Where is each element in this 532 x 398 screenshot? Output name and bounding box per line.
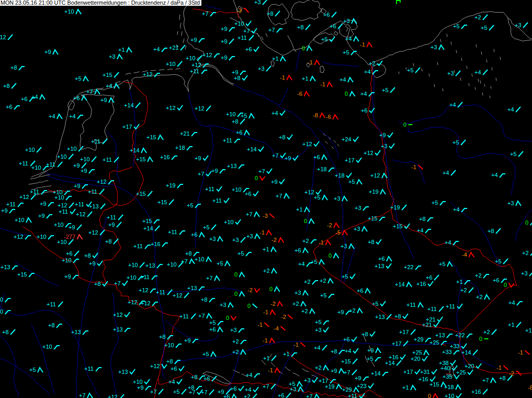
svg-text:+6: +6 bbox=[236, 129, 243, 136]
svg-text:+11: +11 bbox=[47, 301, 56, 307]
svg-text:+11: +11 bbox=[75, 201, 84, 207]
svg-text:+5: +5 bbox=[209, 319, 216, 326]
svg-text:+9: +9 bbox=[108, 222, 115, 228]
svg-text:+13: +13 bbox=[187, 285, 197, 291]
svg-text:+8: +8 bbox=[488, 228, 494, 234]
svg-text:+15: +15 bbox=[157, 199, 167, 205]
svg-text:+17: +17 bbox=[403, 369, 413, 375]
svg-text:+2: +2 bbox=[483, 329, 490, 335]
svg-text:-1: -1 bbox=[280, 74, 285, 81]
svg-text:+9: +9 bbox=[40, 201, 47, 207]
svg-text:+4: +4 bbox=[491, 172, 498, 178]
svg-text:+3: +3 bbox=[355, 205, 361, 211]
svg-text:+13: +13 bbox=[435, 332, 445, 338]
svg-text:+6: +6 bbox=[313, 154, 320, 160]
svg-text:0: 0 bbox=[504, 282, 507, 288]
svg-text:-2: -2 bbox=[281, 314, 286, 320]
svg-text:+20: +20 bbox=[411, 356, 421, 362]
svg-text:-3: -3 bbox=[236, 7, 242, 14]
svg-text:+21: +21 bbox=[422, 322, 432, 328]
svg-text:+2: +2 bbox=[474, 14, 481, 20]
svg-text:+3: +3 bbox=[315, 327, 322, 333]
svg-text:+12: +12 bbox=[173, 292, 183, 298]
svg-text:+5: +5 bbox=[343, 49, 349, 56]
svg-text:+14: +14 bbox=[247, 146, 257, 152]
svg-text:+1: +1 bbox=[296, 206, 303, 213]
svg-text:+12: +12 bbox=[14, 234, 24, 240]
svg-text:+8: +8 bbox=[419, 216, 426, 222]
svg-text:+19: +19 bbox=[325, 383, 335, 390]
svg-text:+8: +8 bbox=[368, 239, 375, 245]
svg-text:+4: +4 bbox=[445, 239, 451, 246]
svg-text:+17: +17 bbox=[392, 340, 402, 347]
svg-text:+4: +4 bbox=[168, 379, 175, 385]
svg-text:+14: +14 bbox=[461, 349, 471, 356]
svg-text:+3: +3 bbox=[515, 22, 522, 28]
svg-text:0: 0 bbox=[226, 315, 229, 321]
svg-text:+15: +15 bbox=[136, 191, 146, 197]
svg-text:+6: +6 bbox=[426, 274, 433, 281]
svg-text:+15: +15 bbox=[341, 358, 351, 364]
svg-text:+9: +9 bbox=[285, 155, 291, 161]
svg-text:+10: +10 bbox=[31, 164, 41, 171]
svg-text:+11: +11 bbox=[88, 189, 97, 195]
svg-text:+11: +11 bbox=[91, 138, 100, 145]
svg-text:+8: +8 bbox=[201, 296, 208, 303]
svg-text:+11: +11 bbox=[348, 393, 357, 398]
svg-text:+5: +5 bbox=[342, 273, 348, 280]
svg-text:+8: +8 bbox=[159, 334, 166, 340]
svg-text:+16: +16 bbox=[471, 389, 481, 395]
svg-text:+21: +21 bbox=[169, 45, 179, 51]
svg-text:+11: +11 bbox=[107, 214, 116, 220]
svg-text:+10: +10 bbox=[164, 342, 174, 348]
svg-text:+11: +11 bbox=[6, 201, 16, 207]
svg-text:+14: +14 bbox=[130, 147, 140, 153]
svg-text:+12: +12 bbox=[141, 300, 151, 306]
svg-text:+15: +15 bbox=[146, 134, 156, 140]
svg-text:+11: +11 bbox=[133, 243, 143, 249]
svg-text:+13: +13 bbox=[113, 326, 123, 333]
svg-text:+5: +5 bbox=[439, 261, 446, 267]
svg-text:+7: +7 bbox=[198, 313, 205, 319]
svg-text:+17: +17 bbox=[122, 124, 132, 130]
svg-text:+6: +6 bbox=[6, 104, 13, 110]
svg-text:+9: +9 bbox=[195, 155, 201, 161]
svg-text:+5: +5 bbox=[187, 202, 194, 208]
svg-text:+18: +18 bbox=[335, 172, 345, 179]
svg-text:+11: +11 bbox=[59, 208, 68, 215]
svg-text:-1: -1 bbox=[263, 309, 268, 315]
svg-text:+2: +2 bbox=[304, 279, 311, 285]
svg-text:+9: +9 bbox=[1, 207, 8, 214]
svg-text:+4: +4 bbox=[245, 386, 252, 393]
svg-text:+12: +12 bbox=[0, 34, 6, 40]
svg-text:+11: +11 bbox=[30, 189, 39, 195]
svg-text:+19: +19 bbox=[390, 204, 400, 211]
svg-text:+8: +8 bbox=[331, 348, 337, 355]
svg-text:+5: +5 bbox=[372, 301, 379, 307]
svg-text:+10: +10 bbox=[57, 239, 67, 245]
svg-text:+3: +3 bbox=[507, 200, 514, 206]
svg-text:+12: +12 bbox=[143, 71, 153, 78]
svg-text:+2: +2 bbox=[244, 393, 251, 398]
svg-text:+5: +5 bbox=[453, 23, 460, 29]
svg-text:0: 0 bbox=[255, 175, 258, 181]
svg-text:+15: +15 bbox=[142, 218, 152, 224]
svg-text:+4: +4 bbox=[345, 348, 352, 354]
svg-text:+3: +3 bbox=[431, 44, 437, 50]
svg-text:+12: +12 bbox=[191, 62, 201, 68]
svg-text:+4: +4 bbox=[360, 91, 367, 97]
svg-text:+29: +29 bbox=[414, 336, 424, 342]
svg-text:+11: +11 bbox=[179, 313, 189, 319]
svg-text:+8: +8 bbox=[3, 83, 10, 89]
svg-text:+6: +6 bbox=[230, 385, 237, 392]
svg-text:+10: +10 bbox=[54, 194, 64, 201]
svg-text:+9: +9 bbox=[64, 273, 71, 280]
svg-text:+12: +12 bbox=[113, 312, 123, 318]
svg-text:+10: +10 bbox=[195, 256, 205, 262]
svg-text:+3: +3 bbox=[304, 377, 311, 383]
svg-text:+3: +3 bbox=[230, 327, 237, 333]
svg-text:-8: -8 bbox=[528, 384, 532, 391]
svg-text:+4: +4 bbox=[271, 110, 278, 116]
svg-text:+16: +16 bbox=[416, 281, 426, 287]
svg-text:+1: +1 bbox=[263, 246, 269, 252]
